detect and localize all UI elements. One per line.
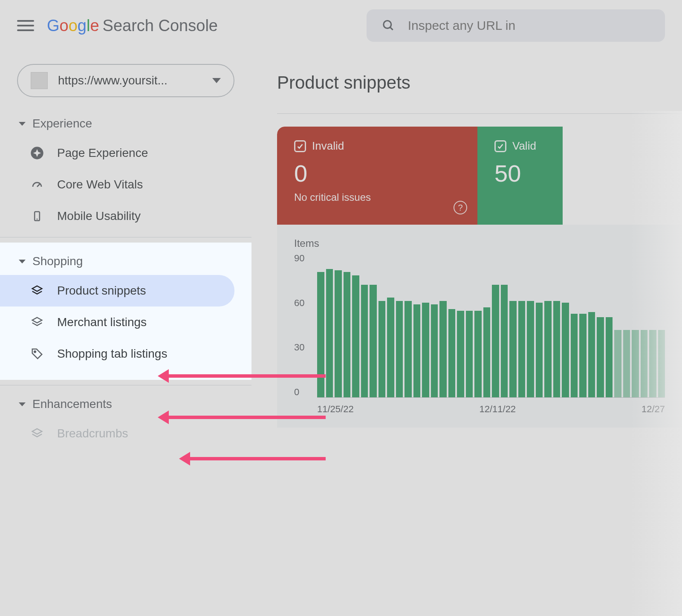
card-invalid[interactable]: Invalid 0 No critical issues ? [277, 127, 477, 225]
nav-label: Shopping tab listings [57, 347, 167, 361]
card-value: 0 [294, 159, 460, 187]
main-content: Product snippets Invalid 0 No critical i… [251, 51, 682, 616]
card-label: Invalid [312, 139, 344, 153]
caret-down-icon [19, 260, 26, 263]
layers-icon [30, 426, 44, 441]
nav-label: Mobile Usability [57, 209, 141, 223]
shopping-section-highlight: Shopping Product snippets Merchant listi… [0, 243, 251, 380]
sidebar: https://www.yoursit... Experience Page E… [0, 51, 251, 616]
layers-icon [30, 283, 44, 298]
items-chart: 9060300 11/25/2212/11/2212/27 [313, 253, 665, 415]
menu-button[interactable] [17, 17, 34, 34]
nav-label: Core Web Vitals [57, 178, 143, 191]
site-url: https://www.yoursit... [58, 74, 202, 87]
nav-core-web-vitals[interactable]: Core Web Vitals [0, 169, 234, 200]
nav-mobile-usability[interactable]: Mobile Usability [0, 200, 234, 232]
caret-down-icon [19, 122, 26, 126]
section-enhancements[interactable]: Enhancements [0, 390, 251, 418]
section-shopping[interactable]: Shopping [0, 248, 251, 275]
search-icon [382, 18, 395, 33]
svg-line-1 [390, 27, 393, 30]
svg-line-3 [37, 184, 40, 187]
card-subtitle: No critical issues [294, 191, 460, 203]
nav-label: Merchant listings [57, 315, 147, 329]
nav-merchant-listings[interactable]: Merchant listings [0, 307, 234, 338]
card-value: 50 [494, 159, 546, 187]
nav-label: Product snippets [57, 284, 146, 298]
svg-point-6 [34, 351, 36, 353]
section-label: Experience [32, 117, 92, 130]
help-icon[interactable]: ? [454, 201, 467, 214]
nav-product-snippets[interactable]: Product snippets [0, 275, 234, 307]
speedometer-icon [30, 177, 44, 192]
section-label: Shopping [32, 254, 83, 268]
nav-shopping-tab-listings[interactable]: Shopping tab listings [0, 338, 234, 370]
app-name: Search Console [103, 17, 218, 35]
nav-label: Breadcrumbs [57, 427, 128, 440]
card-label: Valid [512, 139, 536, 153]
chart-ylabel: Items [294, 237, 665, 249]
site-favicon [31, 72, 48, 89]
layers-icon [30, 315, 44, 330]
nav-page-experience[interactable]: Page Experience [0, 137, 234, 169]
chart-area: Items 9060300 11/25/2212/11/2212/27 [277, 225, 682, 428]
checkbox-icon [294, 140, 306, 152]
url-inspect-input[interactable] [408, 18, 650, 33]
section-label: Enhancements [32, 397, 112, 411]
site-picker[interactable]: https://www.yoursit... [17, 64, 234, 97]
phone-icon [30, 209, 44, 223]
page-title: Product snippets [277, 72, 682, 93]
nav-breadcrumbs[interactable]: Breadcrumbs [0, 418, 234, 449]
section-experience[interactable]: Experience [0, 110, 251, 137]
chevron-down-icon [212, 78, 221, 83]
url-inspect-search[interactable] [367, 9, 665, 42]
sparkle-icon [30, 146, 44, 160]
app-logo: Google Search Console [47, 17, 218, 35]
caret-down-icon [19, 402, 26, 406]
svg-point-0 [384, 20, 391, 28]
card-valid[interactable]: Valid 50 [477, 127, 563, 225]
tag-icon [30, 347, 44, 361]
checkbox-icon [494, 140, 506, 152]
nav-label: Page Experience [57, 146, 148, 160]
